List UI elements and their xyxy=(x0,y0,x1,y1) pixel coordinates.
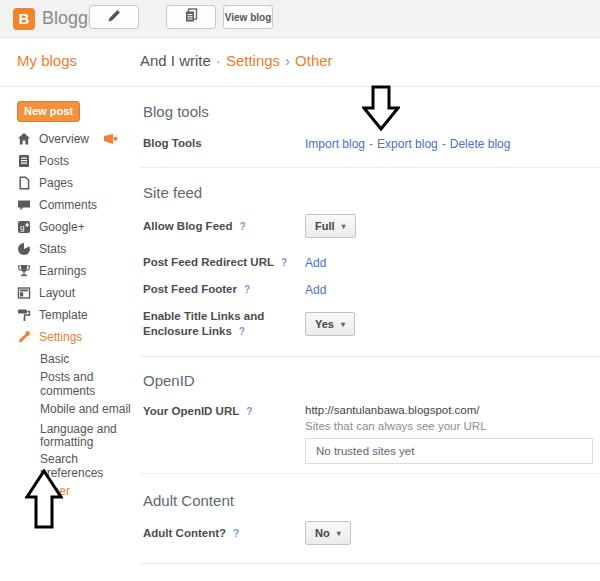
sidebar-item-label: Pages xyxy=(39,176,73,190)
blog-tools-links: Import blog-Export blog-Delete blog xyxy=(305,134,510,152)
allow-blog-feed-dropdown[interactable]: Full▾ xyxy=(305,214,356,238)
import-blog-link[interactable]: Import blog xyxy=(305,137,365,151)
sidebar-item-googleplus[interactable]: g Google+ xyxy=(0,216,140,238)
sidebar-subitem-other[interactable]: Other xyxy=(0,480,140,502)
sidebar-item-label: Layout xyxy=(39,286,75,300)
sidebar-subitem-basic[interactable]: Basic xyxy=(0,348,140,370)
sidebar-item-label: Google+ xyxy=(39,220,85,234)
sidebar-item-earnings[interactable]: Earnings xyxy=(0,260,140,282)
help-icon[interactable]: ? xyxy=(233,528,239,539)
post-feed-footer-row: Post Feed Footer? Add xyxy=(143,282,600,297)
help-icon[interactable]: ? xyxy=(239,326,245,337)
blog-tools-row: Blog Tools Import blog-Export blog-Delet… xyxy=(143,134,600,152)
sidebar-item-label: Template xyxy=(39,308,88,322)
title-links-dropdown[interactable]: Yes▾ xyxy=(305,312,355,336)
post-feed-redirect-row: Post Feed Redirect URL? Add xyxy=(143,255,600,270)
sidebar-item-label: Comments xyxy=(39,198,97,212)
row-label: Blog Tools xyxy=(143,136,305,151)
breadcrumb-page: Other xyxy=(295,52,333,69)
add-redirect-link[interactable]: Add xyxy=(305,256,326,270)
annotation-arrow-down-icon xyxy=(362,85,400,135)
sidebar-subitem-mobile-and-email[interactable]: Mobile and email xyxy=(0,398,140,420)
link-separator: - xyxy=(438,137,450,151)
sidebar-item-layout[interactable]: Layout xyxy=(0,282,140,304)
annotation-arrow-up-icon xyxy=(25,469,63,533)
breadcrumb: And I write·Settings›Other xyxy=(140,52,333,69)
row-label: Adult Content?? xyxy=(143,526,305,541)
chevron-down-icon: ▾ xyxy=(341,320,345,329)
adult-content-row: Adult Content?? No▾ xyxy=(143,521,600,545)
sidebar-item-label: Earnings xyxy=(39,264,86,278)
sidebar-subitem-label: Posts and comments xyxy=(40,370,140,398)
new-post-pencil-button[interactable] xyxy=(89,5,139,29)
section-google-analytics: Google Analytics Analytics Web Property … xyxy=(140,564,600,581)
breadcrumb-dot: · xyxy=(211,52,226,69)
breadcrumb-blog-name[interactable]: And I write xyxy=(140,52,211,69)
sidebar-subitem-label: Mobile and email xyxy=(40,402,131,416)
row-label: Your OpenID URL? xyxy=(143,404,305,419)
openid-row: Your OpenID URL? http://santulanbawa.blo… xyxy=(143,404,600,464)
section-site-feed: Site feed Allow Blog Feed? Full▾ Post Fe… xyxy=(140,168,600,357)
row-label: Post Feed Redirect URL? xyxy=(143,255,305,270)
svg-text:g: g xyxy=(20,223,24,232)
trusted-sites-box: No trusted sites yet xyxy=(305,438,593,464)
sidebar-item-label: Posts xyxy=(39,154,69,168)
googleplus-icon: g xyxy=(17,220,32,234)
sidebar-item-overview[interactable]: Overview xyxy=(0,128,140,150)
sidebar-item-settings[interactable]: Settings xyxy=(0,326,140,348)
chevron-down-icon: ▾ xyxy=(337,529,341,538)
layout-icon xyxy=(17,286,32,300)
help-icon[interactable]: ? xyxy=(246,406,252,417)
blogger-logo-icon: B xyxy=(13,8,35,30)
pie-chart-icon xyxy=(17,242,32,256)
home-icon xyxy=(17,132,32,146)
new-post-button[interactable]: New post xyxy=(17,101,80,122)
delete-blog-link[interactable]: Delete blog xyxy=(450,137,511,151)
pencil-icon xyxy=(107,8,122,27)
comment-bubble-icon xyxy=(17,198,32,212)
openid-url: http://santulanbawa.blogspot.com/ xyxy=(305,404,593,416)
help-icon[interactable]: ? xyxy=(239,221,245,232)
sidebar-subitem-search-preferences[interactable]: Search preferences xyxy=(0,452,140,480)
app-header: B Blogger View blog xyxy=(0,0,600,38)
section-title: OpenID xyxy=(143,372,600,389)
link-separator: - xyxy=(365,137,377,151)
pages-icon xyxy=(17,176,32,190)
add-footer-link[interactable]: Add xyxy=(305,283,326,297)
breadcrumb-settings-link[interactable]: Settings xyxy=(226,52,280,69)
sidebar-item-label: Settings xyxy=(39,330,82,344)
chevron-down-icon: ▾ xyxy=(342,222,346,231)
sidebar: New post Overview Posts Pages xyxy=(0,87,140,502)
sidebar-subitem-label: Language and formatting xyxy=(40,423,140,449)
subheader: My blogs And I write·Settings›Other xyxy=(0,38,600,87)
section-openid: OpenID Your OpenID URL? http://santulanb… xyxy=(140,357,600,474)
paint-roller-icon xyxy=(17,308,32,322)
section-title: Adult Content xyxy=(143,492,600,509)
my-blogs-link[interactable]: My blogs xyxy=(17,52,77,69)
sidebar-item-stats[interactable]: Stats xyxy=(0,238,140,260)
sidebar-item-pages[interactable]: Pages xyxy=(0,172,140,194)
export-blog-link[interactable]: Export blog xyxy=(377,137,438,151)
row-label: Post Feed Footer? xyxy=(143,282,305,297)
sidebar-subitem-language-and-formatting[interactable]: Language and formatting xyxy=(0,420,140,452)
sidebar-item-comments[interactable]: Comments xyxy=(0,194,140,216)
sidebar-subitem-label: Basic xyxy=(40,352,69,366)
sidebar-subitem-posts-and-comments[interactable]: Posts and comments xyxy=(0,370,140,398)
sidebar-item-template[interactable]: Template xyxy=(0,304,140,326)
sidebar-item-posts[interactable]: Posts xyxy=(0,150,140,172)
title-links-row: Enable Title Links and Enclosure Links? … xyxy=(143,309,600,339)
row-label: Allow Blog Feed? xyxy=(143,219,305,234)
view-blog-button[interactable]: View blog xyxy=(223,5,273,29)
megaphone-icon[interactable] xyxy=(104,134,119,145)
sidebar-item-label: Stats xyxy=(39,242,66,256)
posts-list-button[interactable] xyxy=(166,5,216,29)
copy-pages-icon xyxy=(184,8,199,27)
openid-value-column: http://santulanbawa.blogspot.com/ Sites … xyxy=(305,404,593,464)
help-icon[interactable]: ? xyxy=(281,257,287,268)
settings-content: Blog tools Blog Tools Import blog-Export… xyxy=(140,87,600,581)
posts-icon xyxy=(17,154,32,168)
help-icon[interactable]: ? xyxy=(244,284,250,295)
section-title: Site feed xyxy=(143,184,600,201)
allow-blog-feed-row: Allow Blog Feed? Full▾ xyxy=(143,214,600,238)
adult-content-dropdown[interactable]: No▾ xyxy=(305,521,351,545)
